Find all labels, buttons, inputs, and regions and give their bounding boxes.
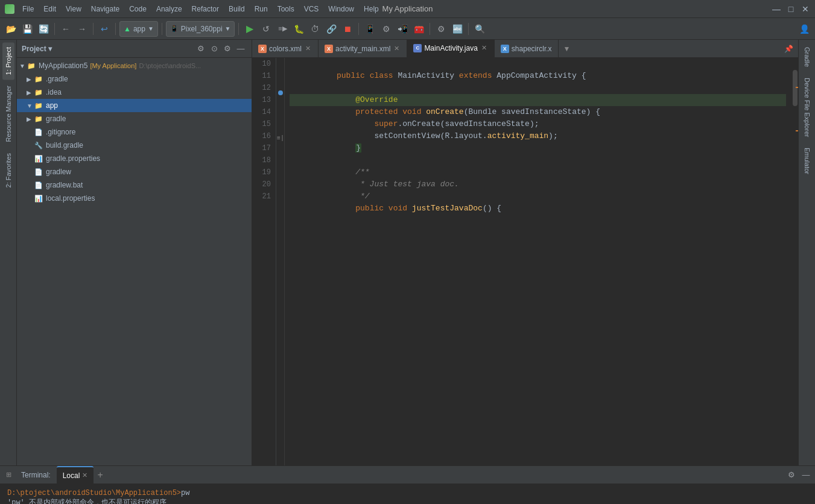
term-path-1: D:\ptoject\androidStudio\MyApplication5>	[7, 489, 181, 497]
sidebar-tab-favorites[interactable]: 2: Favorites	[2, 148, 14, 192]
gradle-dir-icon: 📁	[34, 114, 43, 124]
tab-activity-main-xml[interactable]: X activity_main.xml ✕	[319, 40, 407, 58]
term-error-1: 'pw' 不是内部或外部命令，也不是可运行的程序	[7, 499, 166, 504]
refresh-run-button[interactable]: ↺	[259, 22, 273, 36]
maximize-button[interactable]: □	[786, 4, 796, 14]
add-terminal-button[interactable]: +	[94, 470, 106, 480]
tab-shapecirclr[interactable]: X shapecirclr.x	[495, 40, 559, 58]
tree-root[interactable]: ▼ 📁 MyApplication5 [My Application] D:\p…	[17, 59, 252, 72]
code-content[interactable]: public class MainActivity extends AppCom…	[285, 58, 791, 465]
menu-edit[interactable]: Edit	[39, 4, 60, 14]
menu-help[interactable]: Help	[360, 4, 383, 14]
more-tools-button[interactable]: 🧰	[411, 22, 426, 36]
save-button[interactable]: 💾	[20, 22, 34, 36]
colors-xml-icon: X	[258, 45, 267, 53]
sync-button[interactable]: 🔄	[36, 22, 51, 36]
toolbar-separator-8	[468, 23, 469, 35]
menu-vcs[interactable]: VCS	[300, 4, 323, 14]
right-tab-emulator[interactable]: Emulator	[801, 143, 813, 179]
panel-scope-button[interactable]: ⊙	[208, 43, 220, 55]
menu-tools[interactable]: Tools	[273, 4, 299, 14]
terminal-settings-button[interactable]: ⚙	[785, 468, 798, 482]
device-manager-button[interactable]: 📲	[395, 22, 410, 36]
tab-shapecirclr-label: shapecirclr.x	[512, 45, 552, 53]
menu-file[interactable]: File	[18, 4, 38, 14]
forward-button[interactable]: →	[75, 22, 89, 36]
tree-item-build-gradle[interactable]: 🔧 build.gradle	[17, 139, 252, 152]
tree-root-path: D:\ptoject\androidS...	[139, 62, 201, 69]
minimize-button[interactable]: —	[772, 4, 781, 14]
tree-item-gitignore[interactable]: 📄 .gitignore	[17, 125, 252, 139]
tree-item-gradlew-bat[interactable]: 📄 gradlew.bat	[17, 178, 252, 192]
menu-run[interactable]: Run	[250, 4, 272, 14]
terminal-content[interactable]: D:\ptoject\androidStudio\MyApplication5>…	[0, 484, 815, 504]
build-variants-button[interactable]: 🔤	[450, 22, 465, 36]
open-folder-button[interactable]: 📂	[4, 22, 18, 36]
avd-manager-button[interactable]: 📱	[363, 22, 377, 36]
right-tab-gradle[interactable]: Gradle	[801, 42, 813, 72]
scroll-thumb[interactable]	[793, 70, 798, 106]
tree-item-app[interactable]: ▼ 📁 app	[17, 99, 252, 112]
tab-mainactivity-java[interactable]: C MainActivity.java ✕	[407, 40, 494, 58]
undo-button[interactable]: ↩	[97, 22, 112, 36]
tab-mainactivity-java-close[interactable]: ✕	[480, 43, 488, 52]
tab-pin-button[interactable]: 📌	[779, 45, 798, 53]
sdk-manager-button[interactable]: ⚙	[379, 22, 393, 36]
gutter-marker-13	[276, 87, 285, 99]
terminal-minimize-button[interactable]: —	[799, 468, 813, 482]
menu-refactor[interactable]: Refactor	[188, 4, 223, 14]
panel-settings-button[interactable]: ⚙	[221, 43, 233, 55]
menu-window[interactable]: Window	[324, 4, 358, 14]
tree-label-gradle-props: gradle.properties	[46, 154, 100, 163]
menu-navigate[interactable]: Navigate	[87, 4, 124, 14]
tab-colors-xml[interactable]: X colors.xml ✕	[252, 40, 319, 58]
terminal-label-text: Terminal:	[21, 471, 51, 479]
right-tab-device-file-explorer[interactable]: Device File Explorer	[801, 73, 813, 142]
line-numbers: 10 11 12 13 14 15 16 17 18 19 20 21	[252, 58, 276, 465]
tree-item-local-props[interactable]: 📊 local.properties	[17, 192, 252, 205]
tab-more-button[interactable]: ▼	[559, 45, 576, 53]
run-config-button[interactable]: ⚙	[434, 22, 448, 36]
menu-view[interactable]: View	[62, 4, 86, 14]
coverage-button[interactable]: ≡▶	[275, 22, 290, 36]
line-num-12: 12	[252, 82, 271, 94]
tree-item-gradle-props[interactable]: 📊 gradle.properties	[17, 152, 252, 165]
local-tab-close[interactable]: ✕	[82, 471, 87, 479]
gitignore-icon: 📄	[34, 127, 43, 137]
sidebar-tab-project[interactable]: 1: Project	[2, 42, 14, 80]
tree-item-gradlew[interactable]: 📄 gradlew	[17, 165, 252, 178]
mainactivity-java-icon: C	[413, 44, 422, 52]
debug-button[interactable]: 🐛	[291, 22, 306, 36]
tab-activity-main-close[interactable]: ✕	[393, 44, 401, 53]
line-num-18: 18	[252, 154, 271, 166]
tree-item-gradle-dir[interactable]: ▶ 📁 gradle	[17, 112, 252, 125]
menu-code[interactable]: Code	[125, 4, 151, 14]
breakpoint-marker	[278, 90, 283, 95]
tree-item-idea[interactable]: ▶ 📁 .idea	[17, 86, 252, 99]
tab-colors-xml-close[interactable]: ✕	[304, 44, 312, 53]
bottom-tab-terminal-label: Terminal:	[15, 466, 57, 484]
panel-gear-button[interactable]: ⚙	[195, 43, 207, 55]
menu-build[interactable]: Build	[224, 4, 249, 14]
search-everywhere-button[interactable]: 🔍	[472, 22, 487, 36]
panel-header: Project ▾ ⚙ ⊙ ⚙ —	[17, 40, 252, 58]
gradle-folder-icon: 📁	[34, 74, 43, 84]
app-dropdown[interactable]: ▲ app ▼	[119, 21, 158, 37]
panel-minimize-button[interactable]: —	[235, 43, 247, 55]
user-button[interactable]: 👤	[797, 22, 811, 36]
device-dropdown[interactable]: 📱 Pixel_360ppi ▼	[166, 21, 235, 37]
sidebar-tab-resource-manager[interactable]: Resource Manager	[2, 81, 14, 147]
close-button[interactable]: ✕	[801, 4, 810, 14]
terminal-line-1: D:\ptoject\androidStudio\MyApplication5>…	[7, 489, 808, 497]
local-props-icon: 📊	[34, 194, 43, 203]
bottom-tab-local[interactable]: Local ✕	[57, 466, 94, 484]
stop-button[interactable]: ⏹	[340, 22, 355, 36]
attach-button[interactable]: 🔗	[324, 22, 338, 36]
back-button[interactable]: ←	[59, 22, 73, 36]
profile-button[interactable]: ⏱	[308, 22, 322, 36]
tree-item-gradle-hidden[interactable]: ▶ 📁 .gradle	[17, 72, 252, 86]
tree-label-app: app	[46, 101, 58, 110]
bottom-panel: ⊞ Terminal: Local ✕ + ⚙ — D:\ptoject\and…	[0, 465, 815, 504]
run-button[interactable]: ▶	[243, 22, 257, 36]
menu-analyze[interactable]: Analyze	[152, 4, 186, 14]
